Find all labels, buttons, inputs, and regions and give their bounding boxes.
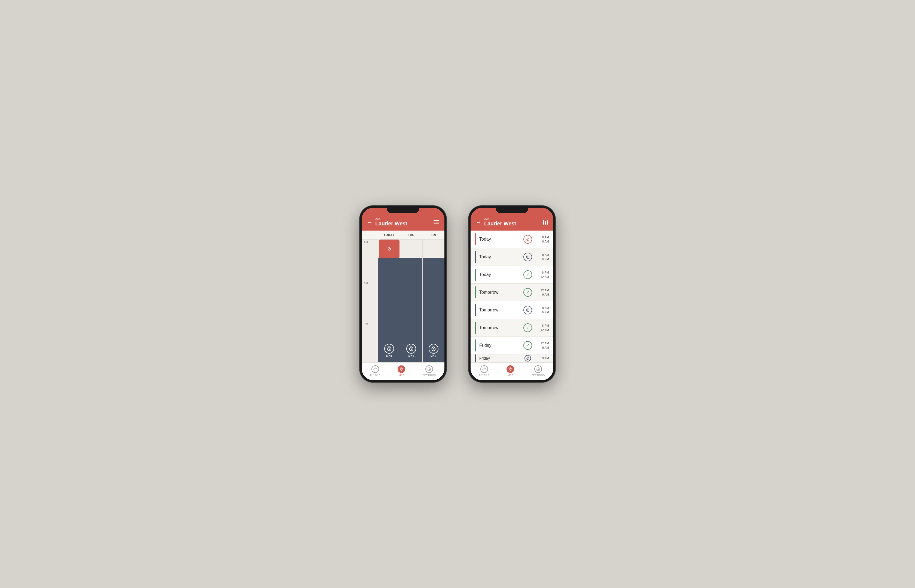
cal-body: 8 AM 9 AM 6 PM ⊘	[362, 239, 445, 362]
list-item[interactable]: Tomorrow ✓ 6 PM 12 AM	[470, 319, 553, 337]
calendar-view: TODAY THU FRI 8 AM 9 AM 6 PM	[362, 231, 445, 362]
svg-point-13	[485, 370, 485, 370]
cal-col-today: TODAY	[378, 231, 400, 239]
day-label-5: Tomorrow	[479, 308, 520, 312]
fri-empty-top	[423, 239, 445, 258]
cal-col-fri: FRI	[422, 231, 445, 239]
times-6: 6 PM 12 AM	[536, 323, 549, 333]
no-parking-block[interactable]: ⊘	[379, 239, 399, 258]
header-subtitle-2: Ave	[484, 218, 543, 221]
list-bars-icon[interactable]	[543, 220, 548, 225]
svg-point-4	[374, 370, 375, 370]
list-view: Today ⊘ 8 AM 9 AM Today	[470, 231, 553, 362]
header-main-title-2: Laurier West	[484, 221, 543, 227]
day-label-8: Friday	[479, 356, 520, 360]
tab-mycar-label-2: MY CAR	[479, 374, 490, 376]
indicator-green-4	[475, 286, 476, 298]
svg-point-5	[376, 370, 376, 370]
icon-free-7: ✓	[523, 341, 533, 351]
times-7: 12 AM 9 AM	[536, 341, 549, 350]
thu-block-label: MAX	[409, 355, 414, 357]
phone-2: ← Ave Laurier West Toda	[469, 205, 556, 383]
time-8am: 8 AM	[362, 239, 378, 280]
header-main-title-1: Laurier West	[375, 221, 433, 227]
map-icon-1	[398, 365, 405, 373]
list-item[interactable]: Today ✓ 6 PM 12 AM	[470, 266, 553, 284]
cal-col-thu: THU	[400, 231, 422, 239]
icon-timer-2	[523, 252, 533, 262]
car-icon-1	[372, 365, 379, 373]
indicator-green-3	[475, 269, 476, 281]
time-9am: 9 AM	[362, 280, 378, 321]
times-2: 9 AM 6 PM	[536, 253, 549, 262]
tab-map-1[interactable]: MAP	[398, 365, 405, 376]
cal-spacer	[362, 231, 378, 239]
tab-settings-1[interactable]: SETTINGS	[422, 365, 436, 376]
svg-point-7	[428, 368, 430, 370]
settings-icon-2	[534, 365, 542, 373]
tab-map-label-2: MAP	[508, 374, 513, 376]
tab-mycar-1[interactable]: MY CAR	[370, 365, 381, 376]
cal-col-fri-grid: MAX	[422, 239, 445, 362]
settings-icon-1	[425, 365, 433, 373]
header-title-2: Ave Laurier West	[484, 218, 543, 227]
svg-rect-3	[374, 368, 377, 370]
schedule-list: Today ⊘ 8 AM 9 AM Today	[470, 231, 553, 362]
list-item[interactable]: Friday 9 AM	[470, 354, 553, 362]
day-label-3: Today	[479, 272, 520, 277]
indicator-red-1	[475, 233, 476, 245]
list-item[interactable]: Tomorrow ✓ 12 AM 9 AM	[470, 284, 553, 301]
no-parking-icon: ⊘	[387, 246, 391, 252]
notch-2	[496, 205, 528, 213]
indicator-blue-8	[475, 354, 476, 362]
time-6pm: 6 PM	[362, 321, 378, 362]
tab-map-2[interactable]: MAP	[506, 365, 514, 376]
tab-mycar-label-1: MY CAR	[370, 374, 381, 376]
tab-bar-2: MY CAR MAP	[470, 362, 553, 380]
list-item[interactable]: Today 9 AM 6	[470, 248, 553, 266]
list-item[interactable]: Tomorrow 9 AM	[470, 301, 553, 319]
icon-free-4: ✓	[523, 288, 533, 297]
tab-mycar-2[interactable]: MY CAR	[479, 365, 490, 376]
tab-bar-1: MY CAR MAP	[362, 362, 445, 380]
day-label-4: Tomorrow	[479, 290, 520, 295]
icon-timer-8	[523, 354, 533, 362]
indicator-green-6	[475, 322, 476, 334]
hamburger-menu-icon[interactable]	[433, 220, 439, 224]
times-4: 12 AM 9 AM	[536, 288, 549, 297]
list-item[interactable]: Friday ✓ 12 AM 9 AM	[470, 337, 553, 354]
tab-map-label-1: MAP	[399, 374, 404, 376]
today-block-label: MAX	[386, 355, 392, 357]
map-icon-2	[506, 365, 514, 373]
car-icon-2	[480, 365, 488, 373]
timer-icon-today	[384, 344, 394, 354]
fri-block-content: MAX	[423, 258, 445, 362]
times-8: 9 AM	[536, 356, 549, 360]
phone-1: ← Ave Laurier West TODAY THU FRI	[359, 205, 446, 383]
tab-settings-2[interactable]: SETTINGS	[531, 365, 545, 376]
back-button-2[interactable]: ←	[476, 219, 482, 225]
timer-icon-fri	[428, 344, 438, 354]
timer-icon-thu	[406, 344, 416, 354]
fri-block-label: MAX	[430, 355, 436, 357]
icon-timer-5	[523, 305, 533, 315]
icon-no-park-1: ⊘	[523, 234, 533, 244]
thu-block-content: MAX	[400, 258, 422, 362]
times-1: 8 AM 9 AM	[536, 235, 549, 244]
times-5: 9 AM 6 PM	[536, 306, 549, 315]
tab-settings-label-1: SETTINGS	[422, 374, 436, 376]
notch-1	[387, 205, 419, 213]
phone-2-screen: ← Ave Laurier West Toda	[470, 208, 553, 380]
svg-point-12	[483, 370, 483, 370]
icon-free-6: ✓	[523, 323, 533, 333]
today-block-content: MAX	[378, 258, 400, 362]
list-item[interactable]: Today ⊘ 8 AM 9 AM	[470, 231, 553, 248]
header-title-1: Ave Laurier West	[375, 218, 433, 227]
cal-col-today-grid: ⊘	[378, 239, 400, 362]
scene: ← Ave Laurier West TODAY THU FRI	[343, 189, 572, 399]
back-button-1[interactable]: ←	[367, 219, 373, 225]
cal-col-headers: TODAY THU FRI	[362, 231, 445, 239]
cal-grid: ⊘	[378, 239, 445, 362]
thu-empty-top	[400, 239, 422, 258]
phone-1-screen: ← Ave Laurier West TODAY THU FRI	[362, 208, 445, 380]
